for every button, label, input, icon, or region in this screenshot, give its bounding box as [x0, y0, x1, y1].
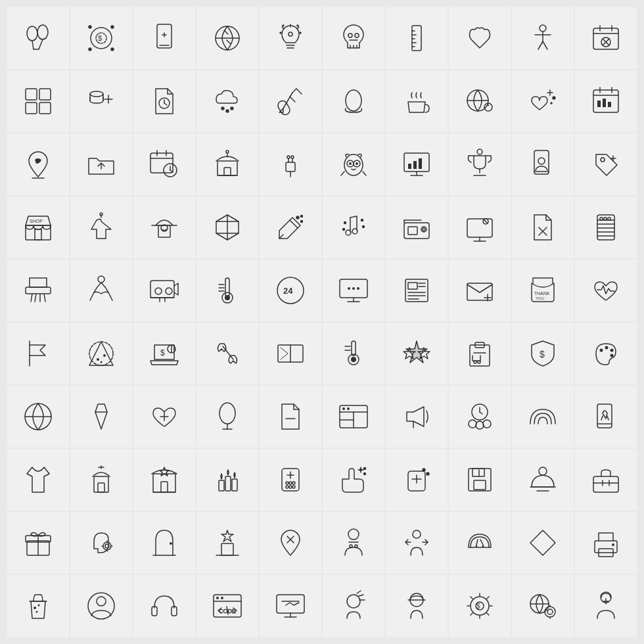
- svg-rect-124: [419, 158, 422, 169]
- icon-browser-grid: [323, 386, 384, 448]
- icon-arch-door: [133, 512, 195, 574]
- icon-stars-rating: [386, 323, 448, 384]
- svg-point-164: [421, 227, 426, 232]
- svg-point-253: [610, 349, 614, 352]
- svg-line-74: [290, 97, 295, 102]
- svg-point-27: [300, 32, 301, 34]
- svg-point-110: [287, 156, 290, 158]
- icon-wrench-screwdriver: [196, 323, 258, 384]
- svg-point-228: [97, 358, 99, 361]
- icon-skull: [323, 7, 384, 69]
- icon-person-acrobat: [70, 260, 132, 321]
- svg-point-312: [426, 472, 429, 475]
- svg-point-115: [349, 162, 352, 165]
- svg-rect-286: [98, 483, 104, 492]
- icon-person-stretch: [512, 7, 574, 69]
- svg-point-297: [286, 482, 288, 484]
- svg-text:YOU: YOU: [536, 296, 544, 300]
- svg-rect-289: [161, 482, 168, 492]
- svg-rect-122: [408, 164, 411, 169]
- svg-point-350: [482, 545, 484, 547]
- svg-rect-57: [39, 103, 51, 114]
- icon-ruler: [386, 7, 448, 69]
- svg-point-10: [111, 48, 114, 51]
- icon-printer: [575, 512, 637, 574]
- svg-line-45: [538, 41, 543, 49]
- svg-rect-368: [277, 595, 304, 613]
- svg-line-117: [341, 172, 344, 175]
- svg-point-349: [476, 545, 478, 547]
- icon-radio-display: [386, 196, 448, 258]
- svg-point-8: [89, 26, 91, 28]
- svg-point-343: [355, 545, 357, 547]
- svg-rect-320: [593, 476, 618, 492]
- icon-tv-blocked: [449, 196, 511, 258]
- svg-rect-91: [608, 102, 611, 107]
- icon-hand-stars: [323, 449, 384, 511]
- svg-text:$: $: [476, 603, 480, 610]
- icon-engineer-person: [323, 512, 384, 574]
- icon-shop-front: SHOP: [7, 196, 69, 258]
- icon-location-x: [260, 512, 321, 574]
- svg-line-188: [35, 294, 36, 302]
- icon-grid: $: [6, 6, 638, 638]
- icon-person-round: [70, 575, 132, 637]
- svg-point-157: [352, 229, 357, 234]
- svg-line-192: [90, 292, 94, 300]
- svg-point-260: [219, 403, 235, 424]
- svg-line-18: [224, 30, 228, 34]
- svg-line-155: [350, 216, 357, 218]
- svg-point-304: [364, 473, 366, 475]
- svg-point-69: [226, 110, 229, 112]
- svg-line-149: [279, 235, 283, 239]
- icon-toolbox: [575, 449, 637, 511]
- icon-necktie: [70, 386, 132, 448]
- svg-line-71: [296, 89, 302, 94]
- svg-point-9: [111, 26, 114, 28]
- svg-point-344: [413, 530, 421, 538]
- icon-calendar-bar: [575, 70, 637, 132]
- icon-floppy-disk: [449, 449, 511, 511]
- icon-coffee-hot: [386, 70, 448, 132]
- icon-hearts-sparkle: [512, 70, 574, 132]
- svg-point-165: [423, 228, 425, 231]
- svg-line-190: [44, 294, 45, 302]
- icon-document-minus: [260, 386, 321, 448]
- svg-point-356: [38, 605, 40, 607]
- svg-point-364: [216, 597, 219, 599]
- svg-point-277: [483, 420, 491, 428]
- svg-line-281: [601, 416, 603, 420]
- svg-rect-313: [469, 469, 491, 491]
- svg-line-282: [607, 416, 609, 420]
- svg-rect-200: [225, 278, 229, 296]
- svg-point-372: [347, 595, 360, 608]
- svg-point-68: [221, 107, 224, 110]
- svg-point-202: [225, 295, 230, 300]
- icon-accordion: [575, 196, 637, 258]
- svg-point-150: [296, 216, 299, 219]
- svg-marker-290: [160, 467, 169, 476]
- svg-line-385: [471, 597, 472, 599]
- svg-rect-136: [26, 225, 51, 240]
- svg-rect-287: [153, 474, 175, 492]
- svg-point-158: [344, 222, 346, 224]
- svg-rect-314: [472, 469, 484, 476]
- svg-point-105: [226, 150, 229, 153]
- icon-watermelon: [449, 512, 511, 574]
- svg-rect-163: [408, 227, 417, 235]
- icon-tag-plus: [575, 133, 637, 195]
- svg-point-270: [342, 407, 345, 410]
- svg-point-76: [346, 90, 361, 111]
- svg-line-19: [227, 40, 231, 44]
- svg-line-2: [32, 41, 34, 49]
- svg-point-254: [610, 354, 614, 357]
- icon-monitor-presentation: [260, 575, 321, 637]
- svg-rect-101: [218, 161, 237, 175]
- icon-music-notes: [323, 196, 384, 258]
- svg-point-276: [469, 420, 476, 428]
- icon-mobile-rocket: [575, 386, 637, 448]
- icon-map-pin-leaf: [7, 133, 69, 195]
- svg-line-3: [39, 39, 43, 49]
- icon-mobile-medical: [133, 7, 195, 69]
- svg-text:$: $: [540, 349, 545, 359]
